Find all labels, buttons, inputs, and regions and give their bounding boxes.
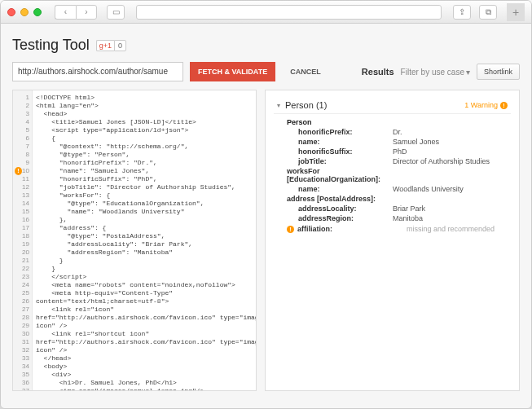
property-value: Samuel Jones [393,138,439,146]
property-key: addressLocality: [287,204,393,213]
chevron-down-icon: ▾ [466,68,470,77]
results-panel: ▾ Person (1) 1 Warning ! Personhonorific… [265,90,520,391]
results-label: Results [362,67,394,77]
property-value: Briar Park [393,204,425,213]
filter-dropdown[interactable]: Filter by use case ▾ [401,68,470,77]
error-marker-icon: ! [15,167,22,175]
filter-label: Filter by use case [401,68,464,77]
results-bar: Results Filter by use case ▾ Shortlink [362,64,520,80]
forward-button[interactable]: › [76,5,97,20]
property-value: Dr. [393,128,402,136]
address-bar[interactable] [136,5,442,20]
share-icon[interactable]: ⇪ [453,5,471,20]
window-controls [7,8,42,16]
url-input[interactable]: http://authors.airshock.com/author/samue [12,62,183,81]
cancel-button[interactable]: CANCEL [282,62,329,81]
property-key: name: [287,138,393,146]
warning-icon: ! [287,226,294,233]
code-panel: 1234567891011121314151617181920212223242… [12,90,257,391]
property-row: address [PostalAddress]: [287,194,511,204]
line-gutter: 1234567891011121314151617181920212223242… [13,90,33,390]
property-row: name:Woodlands University [287,184,511,194]
gplus-count: 0 [114,40,126,51]
titlebar: ‹ › ▭ ⇪ ⧉ + [1,1,531,24]
property-key: addressRegion: [287,214,393,222]
property-key: name: [287,185,393,193]
affiliation-warning: !affiliation:missing and recommended [287,223,511,233]
property-row: addressRegion:Manitoba [287,213,511,223]
warning-label: 1 Warning [464,101,498,109]
browser-window: ‹ › ▭ ⇪ ⧉ + Testing Tool g+1 0 http://au… [0,0,532,409]
warning-badge: 1 Warning ! [464,101,508,109]
minimize-icon[interactable] [20,8,29,16]
toolbar: http://authors.airshock.com/author/samue… [12,62,520,81]
property-row: honorificSuffix:PhD [287,147,511,156]
close-icon[interactable] [7,8,15,16]
property-list: PersonhonorificPrefix:Dr.name:Samuel Jon… [274,114,511,233]
gplus-badge[interactable]: g+1 0 [96,40,126,51]
page-title: Testing Tool [12,37,90,54]
property-value: PhD [393,147,407,156]
property-key: Person [287,118,393,126]
shortlink-button[interactable]: Shortlink [477,64,520,80]
page-content: Testing Tool g+1 0 http://authors.airsho… [1,24,531,408]
sidebar-icon[interactable]: ▭ [107,5,125,20]
panels: 1234567891011121314151617181920212223242… [12,90,520,391]
fetch-validate-button[interactable]: FETCH & VALIDATE [190,62,275,81]
code-editor[interactable]: <!DOCTYPE html> <html lang="en"> <head> … [33,90,256,390]
property-row: honorificPrefix:Dr. [287,127,511,137]
property-row: worksFor [EducationalOrganization]: [287,166,511,184]
entity-label: Person (1) [285,100,327,110]
property-row: addressLocality:Briar Park [287,204,511,213]
tabs-icon[interactable]: ⧉ [479,5,497,20]
property-key: honorificPrefix: [287,128,393,136]
property-row: name:Samuel Jones [287,137,511,147]
chevron-down-icon: ▾ [277,102,280,109]
new-tab-button[interactable]: + [507,3,525,21]
property-key: worksFor [EducationalOrganization]: [287,167,393,183]
property-value: Manitoba [393,214,423,222]
warning-icon: ! [500,102,508,109]
gplus-icon: g+1 [96,40,114,51]
property-key: address [PostalAddress]: [287,195,393,203]
property-key: jobTitle: [287,157,393,165]
app-header: Testing Tool g+1 0 [12,32,520,62]
property-row: jobTitle:Director of Authorship Studies [287,156,511,166]
property-row: Person [287,117,511,127]
nav-buttons: ‹ › [55,5,97,20]
maximize-icon[interactable] [33,8,42,16]
back-button[interactable]: ‹ [55,5,76,20]
property-key: honorificSuffix: [287,147,393,156]
entity-header[interactable]: ▾ Person (1) 1 Warning ! [274,97,511,114]
property-value: Director of Authorship Studies [393,157,490,165]
property-value: Woodlands University [393,185,464,193]
property-value: missing and recommended [407,225,495,233]
property-key: affiliation: [297,225,403,233]
